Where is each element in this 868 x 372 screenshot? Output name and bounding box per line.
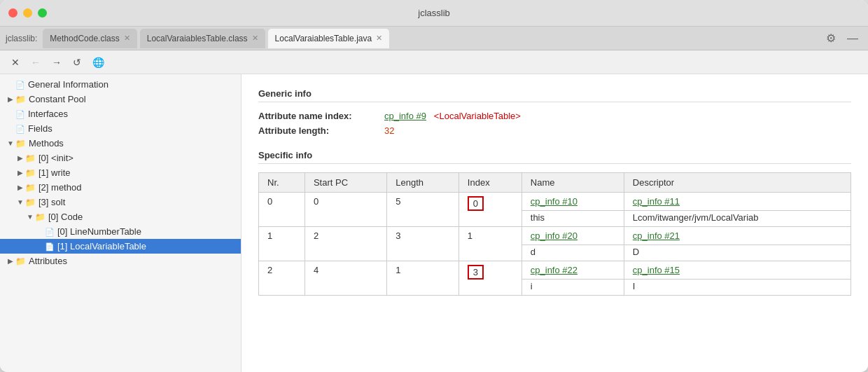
tab-local-class[interactable]: LocalVaraiablesTable.class ✕: [140, 29, 265, 48]
row0-nr: 0: [259, 193, 305, 227]
folder-icon-code: [35, 212, 46, 222]
row2-index: 3: [458, 261, 522, 296]
specific-info-section: Specific info Nr. Start PC Length Index …: [258, 150, 851, 296]
sidebar-item-solt[interactable]: [3] solt: [0, 195, 241, 209]
settings-icon[interactable]: ⚙: [822, 30, 840, 46]
row2-index-value: 3: [468, 265, 484, 280]
folder-icon-solt: [25, 198, 36, 207]
browser-button[interactable]: 🌐: [90, 55, 107, 69]
back-button[interactable]: ←: [28, 55, 43, 69]
attribute-name-tag: <LocalVariableTable>: [434, 111, 521, 121]
folder-icon-attributes: [15, 256, 26, 266]
row1-start-pc: 2: [304, 227, 386, 261]
col-nr: Nr.: [259, 173, 305, 193]
row1-name-main[interactable]: cp_info #20: [531, 230, 578, 241]
arrow-attributes: [6, 257, 15, 265]
attribute-name-row: Attribute name index: cp_info #9 <LocalV…: [258, 111, 851, 121]
row2-name-sub: i: [522, 280, 624, 296]
attribute-length-value: 32: [384, 125, 394, 136]
row1-length: 3: [387, 227, 459, 261]
sidebar-label-write: [1] write: [38, 167, 71, 178]
file-icon-localvariable: [45, 242, 55, 252]
col-index: Index: [458, 173, 522, 193]
row0-index: 0: [458, 193, 522, 227]
attribute-length-label: Attribute length:: [258, 125, 384, 136]
tab-prefix: jclasslib:: [6, 34, 37, 43]
sidebar-item-linenumber[interactable]: [0] LineNumberTable: [0, 224, 241, 239]
app-window: jclasslib jclasslib: MethodCode.class ✕ …: [0, 0, 868, 372]
row0-length: 5: [387, 193, 459, 227]
arrow-write: [15, 169, 25, 177]
arrow-method2: [15, 184, 25, 191]
col-start-pc: Start PC: [304, 173, 386, 193]
row0-name-sub: this: [522, 211, 624, 227]
sidebar-item-localvariable[interactable]: [1] LocalVariableTable: [0, 239, 241, 254]
arrow-solt: [15, 198, 25, 206]
minimize-button[interactable]: [23, 8, 32, 18]
specific-info-title: Specific info: [258, 150, 851, 164]
row1-descriptor-main[interactable]: cp_info #21: [633, 230, 680, 241]
col-length: Length: [387, 173, 459, 193]
attribute-name-link[interactable]: cp_info #9: [384, 111, 426, 121]
sidebar-item-method2[interactable]: [2] method: [0, 180, 241, 195]
file-icon-fields: [15, 124, 25, 134]
arrow-init: [15, 154, 25, 162]
table-row-0: 0 0 5 0 cp_info #10 cp_info #11: [259, 193, 851, 211]
main-area: General Information Constant Pool Interf…: [0, 74, 868, 372]
row2-nr: 2: [259, 261, 305, 296]
row2-descriptor-main[interactable]: cp_info #15: [633, 265, 680, 275]
tab-method-close[interactable]: ✕: [124, 34, 130, 42]
file-icon-linenumber: [45, 227, 55, 237]
close-button[interactable]: [8, 8, 18, 18]
row0-start-pc: 0: [304, 193, 386, 227]
sidebar-item-init[interactable]: [0] <init>: [0, 151, 241, 165]
tab-local-java-close[interactable]: ✕: [376, 34, 382, 42]
sidebar-item-interfaces[interactable]: Interfaces: [0, 106, 241, 121]
sidebar-item-constant-pool[interactable]: Constant Pool: [0, 92, 241, 106]
tab-method-code[interactable]: MethodCode.class ✕: [43, 29, 136, 48]
row0-index-value: 0: [468, 196, 484, 211]
window-title: jclasslib: [418, 8, 450, 18]
collapse-icon[interactable]: —: [843, 31, 862, 46]
row0-descriptor-sub: Lcom/itwanger/jvm/LocalVariab: [624, 211, 850, 227]
arrow-code: [25, 213, 35, 221]
tab-local-java-label: LocalVaraiablesTable.java: [275, 34, 372, 43]
sidebar-label-solt: [3] solt: [38, 197, 65, 207]
attribute-name-label: Attribute name index:: [258, 111, 384, 121]
row2-start-pc: 4: [304, 261, 386, 296]
file-icon-interfaces: [15, 109, 25, 119]
sidebar-item-methods[interactable]: Methods: [0, 136, 241, 151]
row2-length: 1: [387, 261, 459, 296]
tab-local-class-close[interactable]: ✕: [252, 34, 258, 42]
sidebar-item-code[interactable]: [0] Code: [0, 209, 241, 224]
sidebar-item-general[interactable]: General Information: [0, 77, 241, 92]
refresh-button[interactable]: ↺: [70, 55, 84, 69]
row0-name-main[interactable]: cp_info #10: [531, 196, 578, 207]
file-icon-general: [15, 80, 25, 90]
sidebar-label-linenumber: [0] LineNumberTable: [57, 226, 141, 237]
arrow-constant-pool: [6, 95, 15, 103]
tab-method-label: MethodCode.class: [50, 34, 119, 43]
sidebar-label-method2: [2] method: [38, 182, 81, 193]
tab-bar: jclasslib: MethodCode.class ✕ LocalVarai…: [0, 27, 868, 50]
forward-button[interactable]: →: [49, 55, 64, 69]
row2-name-main[interactable]: cp_info #22: [531, 265, 578, 275]
sidebar-label-attributes: Attributes: [29, 256, 67, 266]
tab-local-java[interactable]: LocalVaraiablesTable.java ✕: [268, 29, 390, 48]
maximize-button[interactable]: [38, 8, 47, 18]
row1-index: 1: [458, 227, 522, 261]
local-variable-table: Nr. Start PC Length Index Name Descripto…: [258, 172, 851, 296]
sidebar-item-fields[interactable]: Fields: [0, 121, 241, 136]
row2-descriptor-sub: I: [624, 280, 850, 296]
table-row-2: 2 4 1 3 cp_info #22 cp_info #15: [259, 261, 851, 280]
sidebar-item-attributes[interactable]: Attributes: [0, 254, 241, 268]
folder-icon-write: [25, 168, 36, 178]
sidebar-label-fields: Fields: [28, 123, 52, 134]
folder-icon-methods: [15, 139, 26, 149]
traffic-lights: [8, 8, 47, 18]
close-toolbar-button[interactable]: ✕: [8, 55, 22, 69]
row0-descriptor-main[interactable]: cp_info #11: [633, 196, 680, 207]
table-row-1: 1 2 3 1 cp_info #20 cp_info #21: [259, 227, 851, 245]
sidebar-label-interfaces: Interfaces: [28, 109, 68, 119]
sidebar-item-write[interactable]: [1] write: [0, 165, 241, 180]
